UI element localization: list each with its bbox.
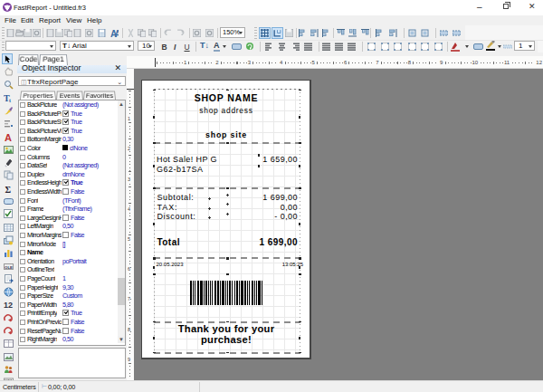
- svg-text:12: 12: [4, 301, 13, 310]
- svg-text:OLE: OLE: [5, 264, 13, 269]
- svg-text:Σ: Σ: [5, 185, 12, 194]
- svg-text:A: A: [115, 29, 119, 37]
- svg-text:t: t: [9, 98, 11, 103]
- svg-text:A: A: [5, 132, 12, 142]
